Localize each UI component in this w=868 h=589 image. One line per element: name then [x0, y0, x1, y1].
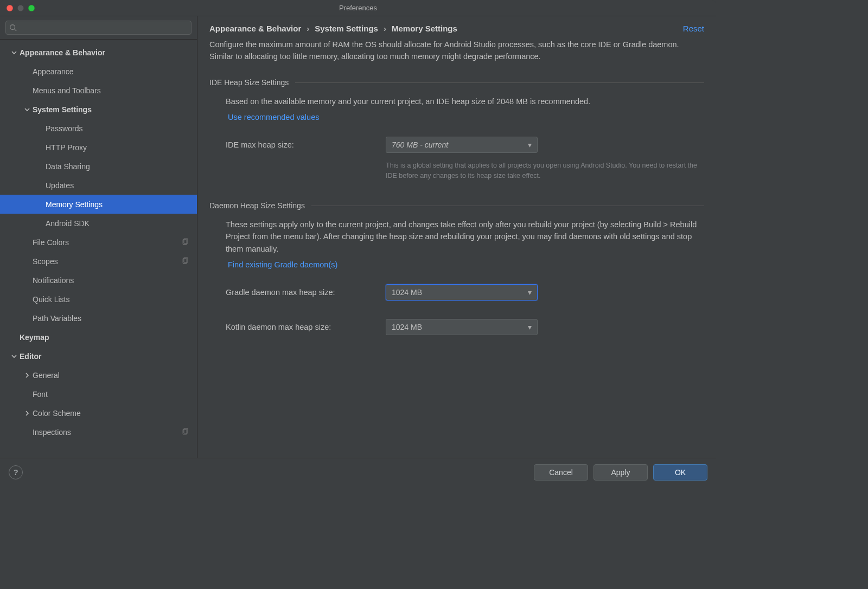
sidebar-item-updates[interactable]: Updates	[0, 176, 197, 195]
kotlin-heap-label: Kotlin daemon max heap size:	[226, 323, 386, 331]
kotlin-heap-value: 1024 MB	[392, 323, 528, 331]
ok-button[interactable]: OK	[653, 464, 707, 481]
chevron-right-icon: ›	[307, 24, 309, 33]
sidebar-item-label: Editor	[20, 352, 197, 361]
sidebar-item-label: Updates	[46, 181, 197, 190]
chevron-down-icon	[24, 107, 30, 112]
sidebar-item-menus-and-toolbars[interactable]: Menus and Toolbars	[0, 81, 197, 100]
footer: ? Cancel Apply OK	[0, 458, 716, 486]
daemon-text: These settings apply only to the current…	[226, 219, 698, 255]
sidebar-item-label: Appearance	[33, 67, 197, 76]
titlebar: Preferences	[0, 0, 716, 16]
ide-heap-row: IDE max heap size: 760 MB - current ▾	[226, 137, 704, 153]
gradle-heap-label: Gradle daemon max heap size:	[226, 288, 386, 297]
sidebar-item-label: Color Scheme	[33, 409, 197, 418]
chevron-right-icon	[24, 411, 30, 416]
search-field[interactable]	[5, 21, 192, 35]
breadcrumb: Appearance & Behavior › System Settings …	[197, 16, 716, 39]
sidebar-item-android-sdk[interactable]: Android SDK	[0, 214, 197, 233]
window-title: Preferences	[0, 4, 716, 12]
sidebar-item-label: Path Variables	[33, 314, 197, 323]
sidebar-item-keymap[interactable]: Keymap	[0, 328, 197, 347]
sidebar-item-label: System Settings	[33, 105, 197, 114]
sidebar-item-passwords[interactable]: Passwords	[0, 119, 197, 138]
sidebar-item-label: Quick Lists	[33, 295, 197, 304]
content: Appearance & BehaviorAppearanceMenus and…	[0, 16, 716, 458]
ide-heap-label: IDE max heap size:	[226, 140, 386, 149]
sidebar-item-label: Font	[33, 390, 197, 399]
breadcrumb-c: Memory Settings	[392, 24, 457, 33]
sidebar-item-font[interactable]: Font	[0, 385, 197, 404]
copy-icon	[182, 257, 189, 266]
svg-line-1	[15, 29, 17, 31]
ide-heap-value: 760 MB - current	[392, 140, 528, 149]
sidebar-item-label: Appearance & Behavior	[20, 48, 197, 57]
chevron-down-icon	[11, 50, 17, 55]
sidebar-item-label: Inspections	[33, 428, 182, 437]
sidebar-item-general[interactable]: General	[0, 366, 197, 385]
sidebar-item-label: File Colors	[33, 238, 182, 247]
daemon-heap-section-title: Daemon Heap Size Settings	[209, 201, 704, 210]
gradle-heap-row: Gradle daemon max heap size: 1024 MB ▾	[226, 284, 704, 300]
sidebar-item-path-variables[interactable]: Path Variables	[0, 309, 197, 328]
copy-icon	[182, 427, 189, 437]
chevron-down-icon	[11, 354, 17, 359]
svg-point-0	[10, 25, 15, 30]
help-button[interactable]: ?	[9, 465, 23, 479]
sidebar-item-label: Data Sharing	[46, 162, 197, 171]
search-input[interactable]	[19, 24, 188, 32]
gradle-heap-combo[interactable]: 1024 MB ▾	[386, 284, 538, 300]
main-panel: Appearance & Behavior › System Settings …	[197, 16, 716, 458]
sidebar-item-label: Memory Settings	[46, 200, 197, 209]
sidebar-item-appearance-behavior[interactable]: Appearance & Behavior	[0, 43, 197, 62]
use-recommended-link[interactable]: Use recommended values	[228, 113, 319, 121]
breadcrumb-b: System Settings	[315, 24, 378, 33]
sidebar-item-http-proxy[interactable]: HTTP Proxy	[0, 138, 197, 157]
sidebar-item-file-colors[interactable]: File Colors	[0, 233, 197, 252]
page-description: Configure the maximum amount of RAM the …	[209, 39, 687, 63]
sidebar-item-system-settings[interactable]: System Settings	[0, 100, 197, 119]
find-gradle-daemons-link[interactable]: Find existing Gradle daemon(s)	[228, 260, 337, 269]
divider	[311, 206, 704, 206]
sidebar-item-inspections[interactable]: Inspections	[0, 422, 197, 441]
sidebar-item-label: Android SDK	[46, 219, 197, 228]
search-wrap	[0, 16, 197, 40]
ide-heap-hint: This is a global setting that applies to…	[386, 161, 704, 180]
sidebar-item-label: Keymap	[20, 333, 197, 342]
chevron-down-icon: ▾	[528, 323, 532, 331]
main-body: Configure the maximum amount of RAM the …	[197, 39, 716, 458]
ide-heap-section-label: IDE Heap Size Settings	[209, 78, 289, 87]
sidebar-item-quick-lists[interactable]: Quick Lists	[0, 290, 197, 309]
kotlin-heap-combo[interactable]: 1024 MB ▾	[386, 319, 538, 335]
sidebar-item-data-sharing[interactable]: Data Sharing	[0, 157, 197, 176]
chevron-down-icon: ▾	[528, 288, 532, 297]
sidebar-item-label: Passwords	[46, 124, 197, 133]
sidebar-item-scopes[interactable]: Scopes	[0, 252, 197, 271]
sidebar-item-memory-settings[interactable]: Memory Settings	[0, 195, 197, 214]
sidebar-item-label: Menus and Toolbars	[33, 86, 197, 95]
breadcrumb-a: Appearance & Behavior	[209, 24, 301, 33]
chevron-right-icon: ›	[384, 24, 386, 33]
sidebar-item-color-scheme[interactable]: Color Scheme	[0, 404, 197, 422]
apply-button[interactable]: Apply	[593, 464, 648, 481]
sidebar-item-label: HTTP Proxy	[46, 143, 197, 152]
chevron-right-icon	[24, 373, 30, 378]
sidebar-item-editor[interactable]: Editor	[0, 347, 197, 366]
reset-link[interactable]: Reset	[683, 24, 704, 33]
chevron-down-icon: ▾	[528, 140, 532, 149]
sidebar-item-notifications[interactable]: Notifications	[0, 271, 197, 290]
ide-heap-combo[interactable]: 760 MB - current ▾	[386, 137, 538, 153]
copy-icon	[182, 238, 189, 247]
search-icon	[9, 24, 17, 31]
divider	[295, 82, 704, 83]
ide-recommend-text: Based on the available memory and your c…	[226, 95, 698, 107]
sidebar-item-label: Scopes	[33, 257, 182, 266]
settings-tree: Appearance & BehaviorAppearanceMenus and…	[0, 40, 197, 458]
cancel-button[interactable]: Cancel	[534, 464, 588, 481]
sidebar-item-appearance[interactable]: Appearance	[0, 62, 197, 81]
sidebar-item-label: Notifications	[33, 276, 197, 285]
daemon-heap-section-label: Daemon Heap Size Settings	[209, 201, 305, 210]
sidebar: Appearance & BehaviorAppearanceMenus and…	[0, 16, 197, 458]
sidebar-item-label: General	[33, 371, 197, 380]
kotlin-heap-row: Kotlin daemon max heap size: 1024 MB ▾	[226, 319, 704, 335]
